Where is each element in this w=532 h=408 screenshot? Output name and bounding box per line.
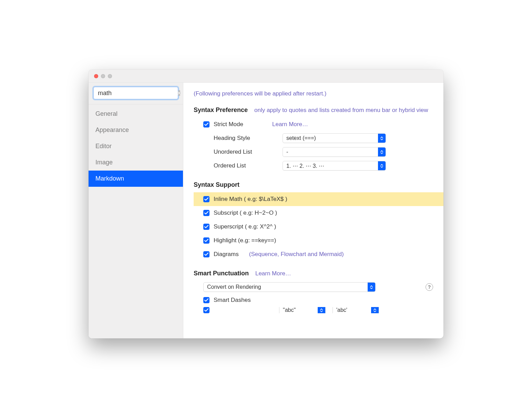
titlebar bbox=[89, 70, 443, 83]
heading-style-row: Heading Style setext (===) bbox=[194, 131, 443, 145]
check-icon bbox=[204, 123, 208, 126]
select-stepper-icon bbox=[378, 147, 386, 156]
traffic-lights bbox=[94, 74, 112, 78]
subscript-label: Subscript ( e.g: H~2~O ) bbox=[214, 210, 277, 216]
check-icon bbox=[204, 225, 208, 228]
check-icon bbox=[204, 239, 208, 242]
smart-convert-select[interactable]: Convert on Rendering bbox=[203, 282, 376, 292]
superscript-row: Superscript ( e.g: X^2^ ) bbox=[194, 220, 443, 234]
smart-dashes-row: Smart Dashes bbox=[194, 293, 443, 307]
heading-style-label: Heading Style bbox=[214, 135, 283, 142]
preferences-window: General Appearance Editor Image Markdown… bbox=[89, 70, 443, 338]
smart-quotes-double-value: "abc" bbox=[279, 307, 318, 313]
window-body: General Appearance Editor Image Markdown… bbox=[89, 83, 443, 338]
sidebar-item-editor[interactable]: Editor bbox=[89, 138, 183, 154]
sidebar: General Appearance Editor Image Markdown bbox=[89, 83, 183, 338]
diagrams-hint: (Sequence, Flowchart and Mermaid) bbox=[249, 251, 344, 258]
diagrams-checkbox[interactable] bbox=[203, 251, 209, 257]
ordered-list-label: Ordered List bbox=[214, 162, 283, 169]
smart-punctuation-title: Smart Punctuation bbox=[194, 270, 249, 277]
strict-mode-checkbox[interactable] bbox=[203, 121, 209, 127]
select-stepper-icon bbox=[378, 161, 386, 170]
highlight-label: Highlight (e.g: ==key==) bbox=[214, 237, 276, 244]
question-icon: ? bbox=[428, 284, 431, 290]
check-icon bbox=[204, 211, 208, 215]
ordered-list-value: 1. ⋯ 2. ⋯ 3. ⋯ bbox=[283, 163, 378, 169]
smart-punctuation-header: Smart Punctuation Learn More… bbox=[194, 269, 443, 278]
syntax-preference-title: Syntax Preference bbox=[194, 106, 248, 113]
maximize-button[interactable] bbox=[108, 74, 112, 78]
highlight-row: Highlight (e.g: ==key==) bbox=[194, 234, 443, 247]
inline-math-checkbox[interactable] bbox=[203, 196, 209, 202]
heading-style-value: setext (===) bbox=[283, 135, 378, 141]
restart-note: (Following preferences will be applied a… bbox=[194, 90, 443, 97]
sidebar-nav: General Appearance Editor Image Markdown bbox=[89, 104, 183, 187]
ordered-list-select[interactable]: 1. ⋯ 2. ⋯ 3. ⋯ bbox=[283, 161, 386, 171]
smart-quotes-single-value: 'abc' bbox=[333, 307, 371, 313]
sidebar-item-appearance[interactable]: Appearance bbox=[89, 122, 183, 138]
smart-convert-value: Convert on Rendering bbox=[204, 284, 368, 290]
diagrams-row: Diagrams (Sequence, Flowchart and Mermai… bbox=[194, 247, 443, 261]
inline-math-row: Inline Math ( e.g: $\LaTeX$ ) bbox=[194, 192, 443, 206]
unordered-list-label: Unordered List bbox=[214, 149, 283, 155]
subscript-row: Subscript ( e.g: H~2~O ) bbox=[194, 206, 443, 220]
smart-dashes-checkbox[interactable] bbox=[203, 297, 209, 303]
highlight-checkbox[interactable] bbox=[203, 237, 209, 244]
search-wrap bbox=[89, 83, 183, 104]
smart-dashes-label: Smart Dashes bbox=[214, 297, 251, 304]
syntax-preference-header: Syntax Preference only apply to quotes a… bbox=[194, 105, 443, 115]
unordered-list-value: - bbox=[283, 149, 378, 155]
select-stepper-icon bbox=[378, 134, 386, 143]
heading-style-select[interactable]: setext (===) bbox=[283, 133, 386, 143]
clear-search-button[interactable] bbox=[178, 90, 181, 96]
sidebar-item-image[interactable]: Image bbox=[89, 154, 183, 171]
close-button[interactable] bbox=[94, 74, 98, 78]
smart-quotes-single-select[interactable]: 'abc' bbox=[332, 307, 379, 313]
strict-mode-learn-more-link[interactable]: Learn More… bbox=[272, 121, 308, 128]
diagrams-label: Diagrams bbox=[214, 251, 239, 258]
check-icon bbox=[204, 197, 208, 201]
inline-math-label: Inline Math ( e.g: $\LaTeX$ ) bbox=[214, 196, 287, 203]
strict-mode-row: Strict Mode Learn More… bbox=[194, 118, 443, 131]
syntax-support-title: Syntax Support bbox=[194, 181, 239, 188]
unordered-list-select[interactable]: - bbox=[283, 147, 386, 157]
sidebar-item-markdown[interactable]: Markdown bbox=[89, 171, 183, 187]
close-icon bbox=[178, 92, 181, 94]
smart-quotes-row-partial: "abc" 'abc' bbox=[194, 307, 443, 313]
smart-punctuation-learn-more-link[interactable]: Learn More… bbox=[255, 270, 291, 277]
syntax-support-header: Syntax Support bbox=[194, 180, 443, 190]
syntax-preference-subtitle: only apply to quotes and lists created f… bbox=[254, 107, 428, 113]
minimize-button[interactable] bbox=[101, 74, 105, 78]
unordered-list-row: Unordered List - bbox=[194, 145, 443, 159]
smart-quotes-double-select[interactable]: "abc" bbox=[279, 307, 326, 313]
select-stepper-icon bbox=[318, 307, 325, 313]
search-input[interactable] bbox=[98, 90, 178, 97]
sidebar-item-general[interactable]: General bbox=[89, 106, 183, 122]
check-icon bbox=[204, 308, 208, 312]
strict-mode-label: Strict Mode bbox=[214, 121, 272, 128]
search-field[interactable] bbox=[93, 87, 178, 99]
check-icon bbox=[204, 298, 208, 302]
subscript-checkbox[interactable] bbox=[203, 210, 209, 216]
select-stepper-icon bbox=[368, 283, 375, 292]
superscript-checkbox[interactable] bbox=[203, 224, 209, 230]
smart-quotes-checkbox[interactable] bbox=[203, 307, 209, 313]
superscript-label: Superscript ( e.g: X^2^ ) bbox=[214, 223, 276, 230]
help-button[interactable]: ? bbox=[426, 283, 433, 291]
content-pane: (Following preferences will be applied a… bbox=[183, 83, 443, 338]
smart-convert-row: Convert on Rendering ? bbox=[194, 281, 443, 293]
ordered-list-row: Ordered List 1. ⋯ 2. ⋯ 3. ⋯ bbox=[194, 159, 443, 173]
check-icon bbox=[204, 253, 208, 256]
select-stepper-icon bbox=[371, 307, 379, 313]
